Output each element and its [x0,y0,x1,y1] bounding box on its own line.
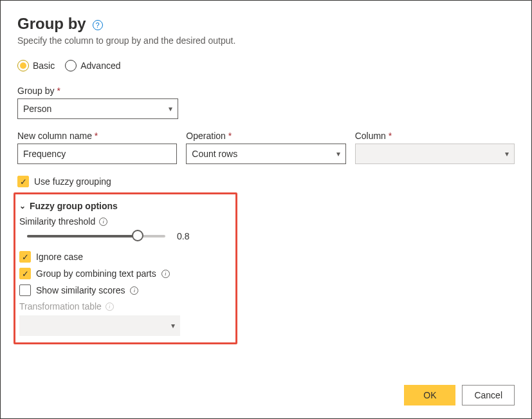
show-scores-checkbox[interactable]: Show similarity scores i [19,284,229,296]
dialog-footer: OK Cancel [404,385,515,405]
similarity-threshold-label: Similarity threshold [19,216,95,227]
operation-label: Operation * [186,131,345,141]
info-icon[interactable]: i [99,218,107,226]
mode-basic-label: Basic [33,61,55,71]
mode-radio-group: Basic Advanced [17,60,515,71]
combine-parts-checkbox[interactable]: ✓ Group by combining text parts i [19,268,229,279]
checkbox-icon: ✓ [19,268,31,279]
title-row: Group by ? [17,15,515,33]
required-marker: * [57,86,60,96]
chevron-down-icon: ▾ [169,104,172,113]
checkbox-icon: ✓ [17,176,29,187]
mode-basic-option[interactable]: Basic [17,60,55,71]
cancel-button[interactable]: Cancel [462,385,515,405]
new-column-label: New column name * [17,131,177,141]
similarity-slider-row: 0.8 [19,230,229,242]
slider-fill [27,235,138,237]
transform-table-select: ▾ [19,315,180,336]
similarity-value: 0.8 [177,231,196,241]
chevron-down-icon: ⌄ [19,201,26,210]
info-icon[interactable]: i [161,270,170,278]
group-by-label: Group by * [17,86,515,96]
use-fuzzy-checkbox-row[interactable]: ✓ Use fuzzy grouping [17,176,515,187]
operation-select[interactable]: Count rows ▾ [186,144,345,164]
radio-icon [17,60,29,71]
ignore-case-label: Ignore case [36,252,83,262]
info-icon: i [105,303,114,311]
help-icon[interactable]: ? [93,20,103,30]
mode-advanced-option[interactable]: Advanced [65,60,120,71]
radio-icon [65,60,77,71]
chevron-down-icon: ▾ [171,321,175,330]
column-select: ▾ [355,144,515,164]
combine-parts-label: Group by combining text parts [36,268,156,279]
use-fuzzy-label: Use fuzzy grouping [34,176,111,187]
group-by-value: Person [23,104,51,114]
dialog-title: Group by [17,15,86,33]
ok-button[interactable]: OK [404,385,455,405]
dialog-subtitle: Specify the column to group by and the d… [17,35,515,46]
chevron-down-icon: ▾ [336,149,340,158]
fuzzy-options-highlight: ⌄ Fuzzy group options Similarity thresho… [14,192,237,344]
show-scores-label: Show similarity scores [36,285,125,295]
operation-field: Operation * Count rows ▾ [186,131,345,164]
column-field: Column * ▾ [355,131,515,164]
checkbox-icon: ✓ [19,251,31,263]
column-label: Column * [355,131,515,141]
chevron-down-icon: ▾ [505,149,509,158]
group-by-select[interactable]: Person ▾ [17,98,178,119]
fuzzy-section-header[interactable]: ⌄ Fuzzy group options [19,201,229,211]
similarity-label-row: Similarity threshold i [19,216,229,227]
transform-table-label-row: Transformation table i [19,301,229,312]
new-column-input[interactable]: Frequency [17,144,177,164]
fuzzy-section-title: Fuzzy group options [30,201,118,211]
slider-thumb[interactable] [132,230,143,241]
info-icon[interactable]: i [130,286,138,295]
transform-table-label: Transformation table [19,301,102,312]
group-by-field: Group by * Person ▾ [17,86,515,119]
checkbox-icon [19,284,31,296]
similarity-slider[interactable] [27,230,165,242]
ignore-case-checkbox[interactable]: ✓ Ignore case [19,251,229,263]
operation-value: Count rows [192,149,237,159]
aggregation-row: New column name * Frequency Operation * … [17,131,515,164]
group-by-dialog: Group by ? Specify the column to group b… [0,0,532,419]
new-column-field: New column name * Frequency [17,131,177,164]
mode-advanced-label: Advanced [80,61,120,71]
